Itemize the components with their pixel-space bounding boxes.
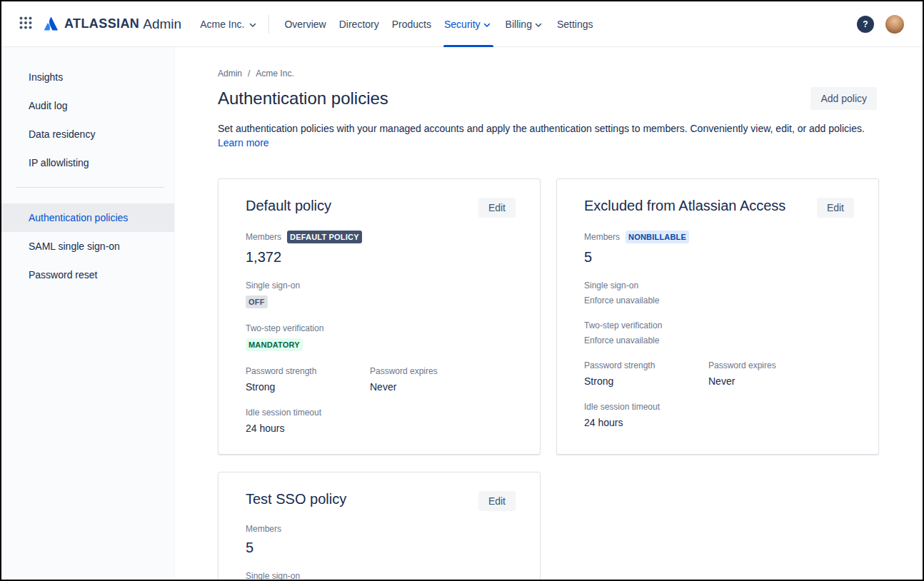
chevron-down-icon bbox=[533, 19, 544, 31]
sidebar-item-saml-single-sign-on[interactable]: SAML single sign-on bbox=[1, 232, 174, 261]
policy-section-single-sign-on: Single sign-onOFF bbox=[246, 281, 516, 308]
nav-item-settings[interactable]: Settings bbox=[551, 1, 600, 47]
col-value: Never bbox=[708, 375, 833, 387]
members-label: Members bbox=[246, 232, 281, 242]
edit-button[interactable]: Edit bbox=[817, 198, 854, 218]
policy-card-test-sso-policy: Test SSO policy Edit Members 5 Single si… bbox=[218, 472, 541, 580]
org-selector-label: Acme Inc. bbox=[200, 19, 244, 30]
section-label: Two-step verification bbox=[584, 320, 854, 330]
status-badge: MANDATORY bbox=[246, 338, 303, 351]
policy-card-title: Default policy bbox=[246, 198, 331, 214]
breadcrumb: Admin/Acme Inc. bbox=[218, 69, 877, 79]
nav-divider bbox=[268, 15, 269, 34]
col-label: Password strength bbox=[246, 366, 370, 376]
policy-card-default-policy: Default policy Edit Members DEFAULT POLI… bbox=[218, 178, 541, 455]
col-label: Password strength bbox=[584, 360, 708, 370]
sidebar-item-ip-allowlisting[interactable]: IP allowlisting bbox=[1, 148, 174, 177]
members-count: 5 bbox=[584, 249, 854, 266]
sidebar-item-authentication-policies[interactable]: Authentication policies bbox=[1, 203, 174, 232]
footer-value: 24 hours bbox=[246, 423, 516, 434]
nav-item-label: Overview bbox=[284, 19, 326, 30]
cards-grid: Default policy Edit Members DEFAULT POLI… bbox=[218, 178, 877, 580]
edit-button[interactable]: Edit bbox=[478, 198, 516, 218]
window-frame: ATLASSIAN Admin Acme Inc. OverviewDirect… bbox=[0, 0, 924, 581]
atlassian-mark-icon bbox=[43, 16, 64, 32]
policy-col-password-strength: Password strengthStrong bbox=[584, 360, 708, 387]
members-badge: DEFAULT POLICY bbox=[287, 231, 362, 243]
breadcrumb-separator: / bbox=[248, 69, 250, 79]
section-muted-value: Enforce unavailable bbox=[584, 295, 854, 305]
idle-timeout-field: Idle session timeout24 hours bbox=[584, 402, 854, 428]
nav-item-label: Billing bbox=[506, 19, 532, 30]
grid-icon bbox=[19, 16, 33, 32]
chevron-down-icon bbox=[481, 19, 493, 31]
footer-value: 24 hours bbox=[584, 417, 854, 428]
breadcrumb-item-admin[interactable]: Admin bbox=[218, 69, 242, 79]
brand-name: ATLASSIAN bbox=[64, 16, 139, 31]
policy-section-single-sign-on: Single sign-onON bbox=[246, 571, 516, 580]
section-muted-value: Enforce unavailable bbox=[584, 335, 854, 345]
top-navbar: ATLASSIAN Admin Acme Inc. OverviewDirect… bbox=[1, 1, 923, 47]
nav-item-label: Settings bbox=[557, 19, 593, 30]
members-badge: NONBILLABLE bbox=[626, 231, 689, 243]
nav-item-billing[interactable]: Billing bbox=[499, 1, 551, 47]
idle-timeout-field: Idle session timeout24 hours bbox=[246, 408, 516, 434]
sidebar-item-password-reset[interactable]: Password reset bbox=[1, 261, 174, 289]
nav-item-label: Directory bbox=[339, 19, 379, 30]
section-label: Single sign-on bbox=[246, 571, 516, 580]
members-count: 5 bbox=[246, 540, 516, 556]
policy-card-title: Test SSO policy bbox=[246, 491, 346, 507]
col-value: Strong bbox=[246, 381, 370, 393]
footer-label: Idle session timeout bbox=[584, 402, 854, 412]
nav-item-directory[interactable]: Directory bbox=[333, 1, 386, 47]
nav-item-security[interactable]: Security bbox=[438, 1, 499, 47]
sidebar-group-security: Authentication policiesSAML single sign-… bbox=[1, 203, 174, 289]
edit-button[interactable]: Edit bbox=[478, 491, 516, 511]
col-label: Password expires bbox=[708, 360, 833, 370]
org-selector[interactable]: Acme Inc. bbox=[200, 18, 258, 31]
members-field: Members NONBILLABLE 5 bbox=[584, 231, 854, 266]
nav-item-products[interactable]: Products bbox=[386, 1, 438, 47]
members-field: Members 5 bbox=[246, 524, 516, 556]
page-title: Authentication policies bbox=[218, 89, 388, 108]
nav-item-overview[interactable]: Overview bbox=[278, 1, 332, 47]
page-description: Set authentication policies with your ma… bbox=[218, 121, 869, 150]
section-label: Single sign-on bbox=[246, 281, 516, 290]
policy-col-password-strength: Password strengthStrong bbox=[246, 366, 370, 393]
help-button[interactable]: ? bbox=[857, 16, 874, 33]
learn-more-link[interactable]: Learn more bbox=[218, 137, 269, 148]
col-label: Password expires bbox=[370, 366, 494, 376]
policy-card-title: Excluded from Atlassian Access bbox=[584, 198, 785, 214]
sidebar-group-top: InsightsAudit logData residencyIP allowl… bbox=[1, 63, 174, 177]
help-icon: ? bbox=[863, 19, 868, 29]
main-content: Admin/Acme Inc. Authentication policies … bbox=[175, 47, 923, 580]
sidebar-item-audit-log[interactable]: Audit log bbox=[1, 91, 174, 120]
sidebar-divider bbox=[16, 187, 164, 188]
members-field: Members DEFAULT POLICY 1,372 bbox=[246, 231, 516, 266]
section-label: Two-step verification bbox=[246, 323, 516, 333]
footer-label: Idle session timeout bbox=[246, 408, 516, 418]
breadcrumb-item-acme-inc[interactable]: Acme Inc. bbox=[256, 69, 293, 79]
policy-section-two-step-verification: Two-step verificationMANDATORY bbox=[246, 323, 516, 351]
add-policy-button[interactable]: Add policy bbox=[810, 87, 877, 110]
brand-suffix: Admin bbox=[143, 16, 181, 32]
description-text: Set authentication policies with your ma… bbox=[218, 123, 865, 134]
members-label: Members bbox=[584, 232, 620, 242]
section-label: Single sign-on bbox=[584, 281, 854, 290]
chevron-down-icon bbox=[247, 19, 258, 31]
sidebar-item-data-residency[interactable]: Data residency bbox=[1, 120, 174, 148]
policy-section-two-step-verification: Two-step verificationEnforce unavailable bbox=[584, 320, 854, 345]
nav-item-label: Products bbox=[392, 19, 431, 30]
sidebar-item-insights[interactable]: Insights bbox=[1, 63, 174, 91]
policy-section-single-sign-on: Single sign-onEnforce unavailable bbox=[584, 281, 854, 305]
primary-nav: OverviewDirectoryProductsSecurityBilling… bbox=[278, 1, 599, 46]
col-value: Never bbox=[370, 381, 494, 393]
policy-col-password-expires: Password expiresNever bbox=[370, 366, 494, 393]
atlassian-logo[interactable]: ATLASSIAN Admin bbox=[43, 16, 181, 32]
status-badge: OFF bbox=[246, 295, 268, 308]
col-value: Strong bbox=[584, 375, 708, 387]
members-count: 1,372 bbox=[246, 249, 516, 266]
sidebar: InsightsAudit logData residencyIP allowl… bbox=[1, 47, 175, 580]
app-switcher-button[interactable] bbox=[16, 13, 36, 35]
user-avatar[interactable] bbox=[885, 15, 904, 34]
